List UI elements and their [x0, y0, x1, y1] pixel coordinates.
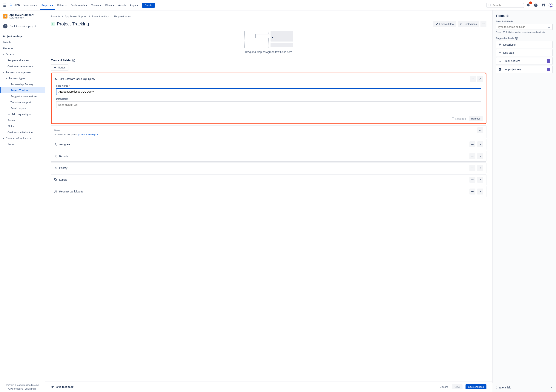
field-name-input[interactable]: [56, 88, 481, 95]
fields-search[interactable]: [496, 24, 553, 30]
crumb-projects[interactable]: Projects: [51, 15, 60, 18]
ctx-row-assignee[interactable]: Assignee: [51, 139, 486, 150]
row-expand-button[interactable]: [477, 188, 483, 195]
row-expand-button[interactable]: [477, 165, 483, 171]
edit-workflow-button[interactable]: Edit workflow: [433, 21, 456, 27]
sidebar-give-feedback[interactable]: Give feedback: [8, 387, 23, 390]
sidebar-rt-project-tracking[interactable]: Project Tracking: [0, 87, 45, 93]
settings-icon[interactable]: [540, 2, 546, 8]
global-search[interactable]: [486, 3, 524, 8]
nav-plans[interactable]: Plans: [104, 0, 116, 10]
info-icon[interactable]: i: [515, 37, 518, 40]
sidebar-people-access[interactable]: People and access: [0, 57, 45, 63]
sla-more-button[interactable]: [477, 127, 483, 133]
field-collapse-button[interactable]: [477, 76, 483, 82]
row-more-button[interactable]: [470, 177, 475, 183]
sidebar-project-header[interactable]: 📋 App Maker Support Service project: [0, 10, 45, 22]
sidebar-rt-technical[interactable]: Technical support: [0, 99, 45, 105]
highlighted-field-card: Aa Jira Software issue JQL Query Field N…: [51, 73, 486, 124]
nav-apps[interactable]: Apps: [128, 0, 140, 10]
crumb-request-types[interactable]: Request types: [114, 15, 131, 18]
megaphone-icon: [51, 385, 54, 389]
app-switcher-icon[interactable]: [2, 3, 7, 8]
row-more-button[interactable]: [470, 165, 475, 171]
profile-icon[interactable]: [548, 2, 554, 8]
ctx-row-labels[interactable]: Labels: [51, 174, 486, 185]
sidebar-customer-permissions[interactable]: Customer permissions: [0, 63, 45, 69]
svg-rect-8: [5, 6, 6, 7]
notifications-icon[interactable]: 2: [525, 2, 531, 8]
nav-assets[interactable]: Assets: [117, 0, 128, 10]
svg-point-32: [55, 155, 56, 156]
sf-jira-project-key[interactable]: Jira project key: [496, 66, 553, 73]
info-icon[interactable]: i: [506, 14, 509, 17]
svg-point-22: [472, 79, 473, 79]
row-expand-button[interactable]: [477, 141, 483, 147]
ctx-row-reporter[interactable]: Reporter: [51, 151, 486, 162]
create-button[interactable]: Create: [142, 3, 155, 8]
crumb-app-maker[interactable]: App Maker Support: [65, 15, 87, 18]
fields-search-input[interactable]: [498, 25, 548, 28]
back-to-project[interactable]: Back to service project: [0, 22, 45, 30]
dropzone[interactable]: Drag and drop paragraph text fields here: [51, 31, 486, 54]
svg-point-30: [472, 144, 473, 145]
sidebar-rt-partnership[interactable]: Partnership Enquiry: [0, 81, 45, 87]
row-more-button[interactable]: [470, 141, 475, 147]
help-icon[interactable]: ?: [533, 2, 539, 8]
info-icon[interactable]: i: [72, 59, 75, 62]
more-icon: [482, 22, 485, 26]
sla-settings-link[interactable]: go to SLA settings: [78, 133, 99, 136]
chevron-down-icon: [2, 137, 5, 139]
nav-dashboards[interactable]: Dashboards: [69, 0, 89, 10]
sf-email[interactable]: AaEmail Address: [496, 57, 553, 65]
more-actions-button[interactable]: [480, 21, 486, 27]
nav-your-work[interactable]: Your work: [22, 0, 39, 10]
restrictions-button[interactable]: Restrictions: [458, 21, 479, 27]
ctx-row-participants[interactable]: Request participants: [51, 186, 486, 197]
sidebar-request-management[interactable]: Request management: [0, 69, 45, 75]
sla-config-hint: To configure this panel, go to SLA setti…: [54, 133, 483, 136]
row-expand-button[interactable]: [477, 153, 483, 159]
ctx-row-priority[interactable]: Priority: [51, 163, 486, 173]
row-more-button[interactable]: [470, 188, 475, 195]
svg-rect-5: [5, 5, 6, 5]
sf-due-date[interactable]: Due date: [496, 49, 553, 56]
sf-description[interactable]: Description: [496, 41, 553, 48]
field-more-button[interactable]: [470, 76, 476, 82]
sidebar-access[interactable]: Access: [0, 51, 45, 57]
crumb-project-settings[interactable]: Project settings: [92, 15, 110, 18]
jira-logo[interactable]: Jira: [9, 3, 20, 7]
sidebar-forms[interactable]: Forms: [0, 117, 45, 123]
give-feedback-button[interactable]: Give feedback: [51, 385, 73, 389]
search-input[interactable]: [493, 4, 525, 7]
person-icon: [54, 143, 57, 146]
create-field-button[interactable]: Create a field: [493, 383, 556, 392]
chevron-right-icon: [550, 386, 553, 389]
svg-point-35: [473, 156, 474, 157]
sidebar-slas[interactable]: SLAs: [0, 123, 45, 129]
default-text-input[interactable]: [56, 101, 481, 108]
sidebar-channels[interactable]: Channels & self service: [0, 135, 45, 141]
sidebar-add-request-type[interactable]: Add request type: [0, 111, 45, 117]
row-more-button[interactable]: [470, 153, 475, 159]
remove-button[interactable]: Remove: [469, 116, 483, 121]
row-expand-button[interactable]: [477, 177, 483, 183]
required-checkbox[interactable]: Required: [452, 117, 466, 120]
sidebar-rt-suggest[interactable]: Suggest a new feature: [0, 93, 45, 99]
sidebar-portal[interactable]: Portal: [0, 141, 45, 147]
discard-button[interactable]: Discard: [438, 384, 450, 389]
sidebar-request-types[interactable]: Request types: [0, 75, 45, 81]
status-field[interactable]: Status: [51, 64, 69, 71]
save-changes-button[interactable]: Save changes: [465, 384, 486, 389]
app-badge-icon: [547, 59, 550, 63]
nav-teams[interactable]: Teams: [90, 0, 103, 10]
sidebar-rt-email[interactable]: Email request: [0, 105, 45, 111]
svg-point-23: [473, 79, 474, 79]
nav-filters[interactable]: Filters: [56, 0, 69, 10]
sidebar-features[interactable]: Features: [0, 46, 45, 51]
sidebar-details[interactable]: Details: [0, 39, 45, 46]
nav-projects[interactable]: Projects: [40, 0, 55, 10]
sidebar-learn-more[interactable]: Learn more: [25, 387, 36, 390]
sidebar-customer-satisfaction[interactable]: Customer satisfaction: [0, 129, 45, 135]
svg-point-19: [484, 24, 485, 24]
